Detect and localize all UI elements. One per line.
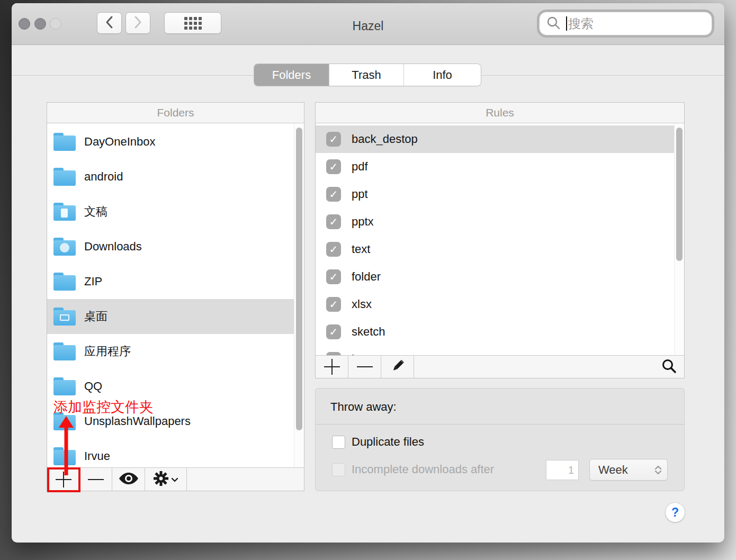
edit-rule-button[interactable]	[381, 356, 414, 378]
folder-name: 应用程序	[84, 344, 131, 359]
stepper-icon	[654, 459, 662, 480]
folder-name: ZIP	[84, 275, 102, 288]
rules-list: back_destop pdf ppt pptx text folder xls…	[316, 123, 684, 356]
search-icon	[546, 15, 561, 32]
rule-checkbox[interactable]	[326, 269, 341, 284]
tab-trash[interactable]: Trash	[329, 64, 404, 86]
rule-list-item[interactable]: ppt	[316, 180, 674, 208]
rule-name: back_destop	[352, 132, 418, 146]
downloads-after-unit-label: Week	[598, 463, 628, 477]
pencil-icon	[391, 359, 405, 375]
tab-info[interactable]: Info	[404, 64, 481, 86]
rules-panel: Rules back_destop pdf ppt pptx text fold…	[315, 102, 685, 378]
rules-scrollbar[interactable]	[674, 123, 684, 356]
annotation-text: 添加监控文件夹	[53, 398, 154, 417]
folder-icon	[53, 203, 76, 221]
rule-list-item[interactable]: folder	[316, 263, 674, 291]
rule-checkbox[interactable]	[326, 297, 341, 312]
folder-list-item[interactable]: Downloads	[47, 229, 294, 264]
minus-icon	[357, 359, 373, 375]
folder-name: Irvue	[84, 449, 110, 463]
rule-checkbox[interactable]	[326, 324, 341, 339]
search-field[interactable]	[539, 12, 712, 35]
folder-actions-button[interactable]	[145, 468, 187, 491]
gear-icon	[154, 471, 168, 488]
folder-name: Downloads	[84, 240, 142, 254]
folder-icon	[53, 377, 76, 395]
rule-checkbox[interactable]	[326, 242, 341, 257]
rules-panel-header: Rules	[316, 103, 684, 123]
downloads-after-value-field: 1	[546, 460, 579, 480]
folder-icon	[53, 308, 76, 326]
folder-list-item[interactable]: ZIP	[47, 264, 294, 299]
rule-list-item[interactable]: sketch	[316, 318, 674, 346]
duplicate-files-checkbox[interactable]	[332, 436, 345, 449]
search-input[interactable]	[568, 16, 695, 31]
divider	[316, 424, 684, 424]
question-mark-icon: ?	[671, 505, 679, 520]
folders-list: DayOneInbox android 文稿 Downloads ZIP 桌面 …	[47, 123, 304, 468]
folders-toolbar	[47, 467, 304, 491]
annotation-highlight-box	[47, 467, 80, 492]
add-rule-button[interactable]	[316, 356, 348, 378]
downloads-after-value: 1	[568, 464, 574, 476]
rule-checkbox[interactable]	[326, 159, 341, 174]
rule-checkbox[interactable]	[326, 132, 341, 147]
folder-icon	[53, 273, 76, 291]
remove-folder-button[interactable]	[80, 468, 112, 491]
help-button[interactable]: ?	[665, 502, 685, 522]
folder-list-item[interactable]: 文稿	[47, 194, 294, 229]
hazel-preferences-window: Hazel Folders Trash Info Folders DayOneI…	[12, 3, 724, 543]
folder-list-item[interactable]: DayOneInbox	[47, 124, 294, 159]
folder-name: 桌面	[84, 309, 107, 324]
incomplete-downloads-label: Incomplete downloads after	[352, 463, 494, 476]
rule-list-item[interactable]: pdf	[316, 153, 674, 180]
rule-name: ppt	[352, 187, 368, 201]
titlebar: Hazel	[12, 3, 724, 45]
rule-search-button[interactable]	[661, 356, 677, 378]
folder-list-item[interactable]: 桌面	[47, 299, 294, 334]
plus-icon	[324, 359, 340, 375]
downloads-after-unit-select: Week	[589, 459, 668, 481]
search-icon	[661, 358, 677, 376]
incomplete-downloads-checkbox	[332, 463, 345, 476]
preview-button[interactable]	[112, 468, 145, 491]
rule-list-item[interactable]: image	[316, 346, 674, 356]
rule-list-item[interactable]: xlsx	[316, 291, 674, 318]
folder-name: DayOneInbox	[84, 135, 156, 149]
duplicate-files-label: Duplicate files	[352, 435, 424, 449]
folder-list-item[interactable]: Irvue	[47, 439, 294, 468]
folders-scrollbar-thumb[interactable]	[296, 128, 302, 430]
rule-name: pdf	[352, 160, 368, 174]
folder-icon	[53, 168, 76, 186]
rule-checkbox[interactable]	[326, 187, 341, 202]
folder-name: android	[84, 170, 123, 184]
throw-away-section: Throw away: Duplicate files Incomplete d…	[315, 388, 685, 491]
folder-icon	[53, 133, 76, 151]
tab-bar: Folders Trash Info	[254, 64, 481, 86]
rule-name: text	[352, 242, 370, 256]
tab-folders[interactable]: Folders	[254, 64, 329, 86]
rules-scrollbar-thumb[interactable]	[676, 128, 683, 261]
rule-name: xlsx	[352, 297, 372, 311]
folders-scrollbar[interactable]	[294, 123, 304, 468]
minus-icon	[88, 472, 104, 487]
rule-name: folder	[352, 270, 381, 284]
folder-list-item[interactable]: 应用程序	[47, 334, 294, 369]
chevron-down-icon	[171, 475, 178, 484]
remove-rule-button[interactable]	[348, 356, 381, 378]
rule-name: sketch	[352, 325, 385, 339]
folder-icon	[53, 238, 76, 256]
rule-name: pptx	[352, 215, 374, 229]
rules-toolbar	[316, 355, 684, 378]
folder-icon	[53, 342, 76, 360]
folders-panel-header: Folders	[47, 103, 304, 123]
rule-list-item[interactable]: back_destop	[316, 125, 674, 153]
rule-checkbox[interactable]	[326, 214, 341, 229]
rule-list-item[interactable]: text	[316, 236, 674, 263]
folder-list-item[interactable]: android	[47, 159, 294, 194]
folder-name: 文稿	[84, 204, 107, 220]
folder-name: QQ	[84, 380, 102, 393]
rule-list-item[interactable]: pptx	[316, 208, 674, 236]
folders-panel: Folders DayOneInbox android 文稿 Downloads…	[47, 102, 304, 491]
